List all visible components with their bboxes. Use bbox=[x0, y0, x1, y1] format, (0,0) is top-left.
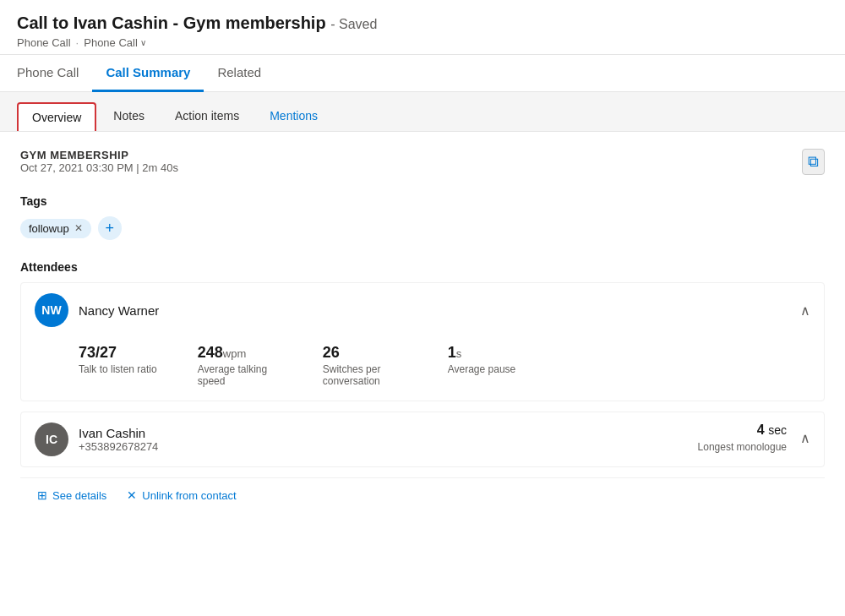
stat-switches: 26 Switches per conversation bbox=[323, 344, 407, 387]
attendee-info-ic: IC Ivan Cashin +353892678274 bbox=[35, 422, 158, 456]
call-title: GYM MEMBERSHIP bbox=[20, 149, 178, 161]
avatar-ic: IC bbox=[35, 422, 68, 456]
page-title: Call to Ivan Cashin - Gym membership - S… bbox=[17, 14, 828, 33]
stat-talk-listen: 73/27 Talk to listen ratio bbox=[79, 344, 157, 387]
tags-row: followup ✕ + bbox=[20, 216, 825, 240]
monologue-value: 4 sec bbox=[757, 422, 787, 438]
stat-value-talk: 73/27 bbox=[79, 344, 157, 362]
stat-label-talk: Talk to listen ratio bbox=[79, 363, 157, 375]
copy-button[interactable]: ⧉ bbox=[802, 149, 825, 175]
unlink-icon: ✕ bbox=[127, 488, 137, 502]
content-area: GYM MEMBERSHIP Oct 27, 2021 03:30 PM | 2… bbox=[0, 132, 845, 529]
page-title-text: Call to Ivan Cashin - Gym membership bbox=[17, 14, 326, 32]
see-details-label: See details bbox=[52, 489, 106, 502]
see-details-button[interactable]: ⊞ See details bbox=[37, 488, 106, 502]
footer-actions: ⊞ See details ✕ Unlink from contact bbox=[20, 477, 825, 512]
stat-value-speed: 248wpm bbox=[198, 344, 282, 362]
stat-value-switches: 26 bbox=[323, 344, 407, 362]
attendees-label: Attendees bbox=[20, 260, 825, 274]
tags-label: Tags bbox=[20, 194, 825, 208]
tab-phone-call[interactable]: Phone Call bbox=[17, 55, 92, 92]
breadcrumb-item-2: Phone Call bbox=[84, 36, 138, 49]
subtab-notes[interactable]: Notes bbox=[100, 102, 158, 131]
plus-icon: + bbox=[105, 220, 114, 237]
attendee-phone-ic: +353892678274 bbox=[79, 440, 158, 453]
see-details-icon: ⊞ bbox=[37, 488, 47, 502]
stat-talking-speed: 248wpm Average talking speed bbox=[198, 344, 282, 387]
subtab-mentions[interactable]: Mentions bbox=[256, 102, 331, 131]
attendee-name-nw: Nancy Warner bbox=[79, 303, 159, 318]
add-tag-button[interactable]: + bbox=[98, 216, 122, 240]
stats-row-nw: 73/27 Talk to listen ratio 248wpm Averag… bbox=[21, 337, 824, 401]
stat-value-pause: 1s bbox=[448, 344, 516, 362]
attendee-card-ic: IC Ivan Cashin +353892678274 4 sec Longe… bbox=[20, 412, 825, 467]
main-tabs: Phone Call Call Summary Related bbox=[0, 55, 845, 92]
breadcrumb: Phone Call · Phone Call ∨ bbox=[17, 36, 828, 49]
unlink-button[interactable]: ✕ Unlink from contact bbox=[127, 488, 236, 502]
attendee-info-nw: NW Nancy Warner bbox=[35, 293, 159, 327]
saved-badge: - Saved bbox=[330, 17, 377, 31]
call-title-row: GYM MEMBERSHIP Oct 27, 2021 03:30 PM | 2… bbox=[20, 149, 825, 191]
attendee-name-ic: Ivan Cashin bbox=[79, 426, 158, 440]
copy-icon: ⧉ bbox=[808, 153, 819, 170]
subtab-action-items[interactable]: Action items bbox=[161, 102, 253, 131]
call-meta: Oct 27, 2021 03:30 PM | 2m 40s bbox=[20, 161, 178, 174]
stat-label-switches: Switches per conversation bbox=[323, 363, 407, 387]
page-header: Call to Ivan Cashin - Gym membership - S… bbox=[0, 0, 845, 55]
attendee-card-nw: NW Nancy Warner ∧ 73/27 Talk to listen r… bbox=[20, 282, 825, 401]
subtab-overview[interactable]: Overview bbox=[17, 102, 96, 131]
monologue-label: Longest monologue bbox=[698, 441, 787, 453]
tag-remove-icon[interactable]: ✕ bbox=[74, 222, 83, 234]
breadcrumb-separator: · bbox=[76, 36, 79, 49]
tag-followup: followup ✕ bbox=[20, 219, 91, 238]
unlink-label: Unlink from contact bbox=[142, 489, 236, 502]
breadcrumb-item-1: Phone Call bbox=[17, 36, 71, 49]
stat-pause: 1s Average pause bbox=[448, 344, 516, 387]
attendee-header-nw: NW Nancy Warner ∧ bbox=[21, 283, 824, 337]
stat-label-pause: Average pause bbox=[448, 363, 516, 375]
tab-related[interactable]: Related bbox=[204, 55, 275, 92]
tags-section: Tags followup ✕ + bbox=[20, 194, 825, 240]
monologue-stats: 4 sec Longest monologue bbox=[698, 422, 787, 453]
tab-call-summary[interactable]: Call Summary bbox=[92, 55, 204, 92]
avatar-nw: NW bbox=[35, 293, 68, 327]
attendees-section: Attendees NW Nancy Warner ∧ 73/27 Talk t… bbox=[20, 260, 825, 512]
attendee-header-ic: IC Ivan Cashin +353892678274 4 sec Longe… bbox=[21, 412, 824, 466]
collapse-ic-button[interactable]: ∧ bbox=[800, 430, 810, 446]
breadcrumb-dropdown[interactable]: Phone Call ∨ bbox=[84, 36, 146, 49]
chevron-down-icon: ∨ bbox=[140, 38, 146, 47]
tag-label: followup bbox=[29, 222, 69, 235]
stat-label-speed: Average talking speed bbox=[198, 363, 282, 387]
sub-tabs: Overview Notes Action items Mentions bbox=[0, 92, 845, 132]
collapse-nw-button[interactable]: ∧ bbox=[800, 303, 810, 319]
